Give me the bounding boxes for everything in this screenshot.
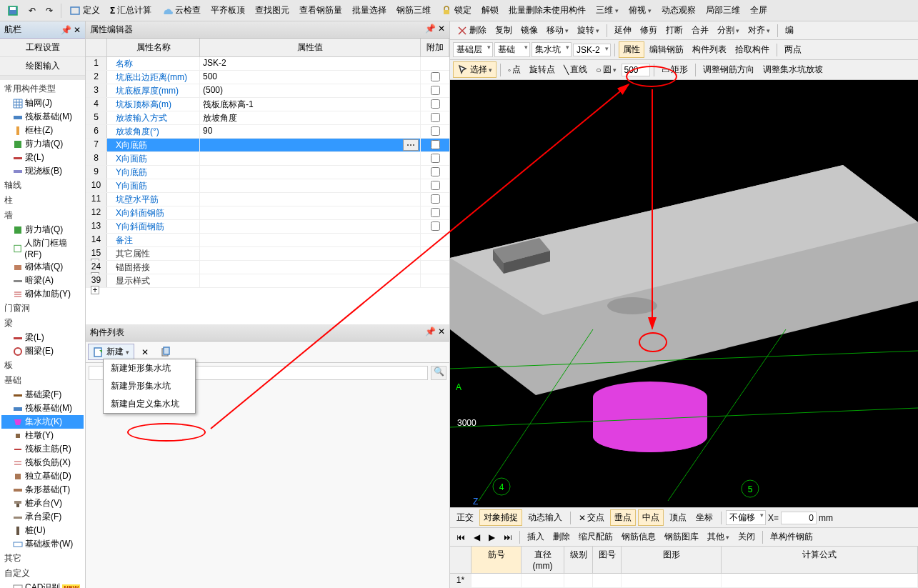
btb-snap[interactable]: 对象捕捉 — [479, 509, 522, 526]
btb-coord[interactable]: 坐标 — [692, 510, 717, 525]
btb-mid[interactable]: 中点 — [638, 509, 664, 526]
nav-item-masonry[interactable]: 砌体墙(Q) — [1, 260, 84, 274]
vtb-split[interactable]: 分割 — [714, 23, 743, 38]
prop-row[interactable]: 8X向面筋 — [86, 152, 449, 166]
vtb-rotate[interactable]: 旋转 — [574, 23, 603, 38]
nav-tab-project[interactable]: 工程设置 — [0, 39, 85, 57]
vtb-comp-list[interactable]: 构件列表 — [689, 42, 730, 57]
nav-item-pier[interactable]: 柱墩(Y) — [1, 429, 84, 442]
vtb-edit-rebar[interactable]: 编辑钢筋 — [646, 42, 687, 57]
local-3d-button[interactable]: 局部三维 — [702, 3, 744, 18]
nav-item-slab-band[interactable]: 基础板带(W) — [1, 537, 84, 551]
prop-row[interactable]: 9Y向底筋 — [86, 166, 449, 179]
nav-group-wall[interactable]: 墙 — [1, 208, 84, 223]
extra-checkbox[interactable] — [431, 126, 440, 136]
nav-prev[interactable]: ◀ — [470, 531, 484, 544]
batch-select-button[interactable]: 批量选择 — [348, 3, 391, 18]
extra-checkbox[interactable] — [431, 72, 440, 81]
x-input[interactable] — [781, 512, 817, 524]
dynamic-view-button[interactable]: 动态观察 — [657, 3, 700, 18]
extra-checkbox[interactable] — [431, 208, 440, 217]
nav-item-axis-grid[interactable]: 轴网(J) — [1, 96, 84, 110]
prop-row[interactable]: 11坑壁水平筋 — [86, 193, 449, 206]
nav-group-door[interactable]: 门窗洞 — [1, 301, 84, 316]
view-3d-button[interactable]: 三维 — [592, 3, 623, 18]
nav-group-foundation[interactable]: 基础 — [1, 373, 84, 388]
extra-checkbox[interactable] — [431, 181, 440, 190]
vtb-trim[interactable]: 修剪 — [637, 23, 661, 38]
3d-viewport[interactable]: 4 5 A 3000 Z X Y — [450, 80, 918, 507]
nav-item-raft[interactable]: 筏板基础(M) — [1, 110, 84, 124]
redo-icon[interactable]: ↷ — [41, 4, 57, 17]
vtb-adj-slope[interactable]: 调整集水坑放坡 — [759, 62, 827, 77]
extra-checkbox[interactable] — [431, 140, 440, 149]
nav-item-rf-wall[interactable]: 人防门框墙(RF) — [1, 236, 84, 260]
btb-dyn[interactable]: 动态输入 — [524, 510, 566, 525]
nav-item-ring-beam[interactable]: 圈梁(E) — [1, 344, 84, 358]
copy-icon[interactable] — [156, 345, 176, 359]
nav-item-cad[interactable]: CAD识别 NEW — [1, 581, 84, 588]
nav-item-pilecap[interactable]: 桩承台(V) — [1, 497, 84, 510]
rn-other[interactable]: 其他 — [704, 529, 733, 544]
vtb-delete[interactable]: 删除 — [453, 23, 490, 38]
extra-checkbox[interactable] — [431, 194, 440, 204]
vtb-mirror[interactable]: 镜像 — [517, 23, 542, 38]
prop-row[interactable]: 13Y向斜面钢筋 — [86, 220, 449, 234]
extra-checkbox[interactable] — [431, 113, 440, 122]
new-rect-sump[interactable]: 新建矩形集水坑 — [104, 359, 195, 377]
prop-row[interactable]: 15 +其它属性 — [86, 247, 449, 261]
nav-item-pile[interactable]: 桩(U) — [1, 524, 84, 537]
vtb-prop[interactable]: 属性 — [619, 41, 644, 58]
rn-insert[interactable]: 插入 — [524, 529, 548, 544]
vtb-merge[interactable]: 合并 — [688, 23, 712, 38]
pin-icon[interactable]: 📌 — [425, 24, 436, 36]
rn-scale[interactable]: 缩尺配筋 — [575, 529, 617, 544]
nav-first[interactable]: ⏮ — [453, 531, 469, 544]
save-icon[interactable] — [3, 4, 23, 18]
btb-perp[interactable]: 垂点 — [610, 509, 636, 526]
vtb-circle[interactable]: ○ 圆 — [592, 62, 619, 77]
undo-icon[interactable]: ↶ — [24, 4, 40, 17]
dots-button[interactable]: ⋯ — [403, 139, 419, 151]
view-rebar-button[interactable]: 查看钢筋量 — [295, 3, 346, 18]
vtb-pick[interactable]: 拾取构件 — [732, 42, 773, 57]
nav-group-beam[interactable]: 梁 — [1, 316, 84, 331]
new-custom-sump[interactable]: 新建自定义集水坑 — [104, 395, 195, 413]
vtb-line[interactable]: ╲ 直线 — [560, 62, 591, 77]
rn-close[interactable]: 关闭 — [734, 529, 759, 544]
prop-row[interactable]: 7X向底筋⋯ — [86, 139, 449, 152]
nav-item-beam2[interactable]: 梁(L) — [1, 331, 84, 344]
prop-row[interactable]: 10Y向面筋 — [86, 179, 449, 193]
rebar-3d-button[interactable]: 钢筋三维 — [392, 3, 435, 18]
nav-group-slab[interactable]: 板 — [1, 358, 84, 373]
btb-offset-mode[interactable]: 不偏移 — [726, 510, 766, 525]
vtb-move[interactable]: 移动 — [543, 23, 572, 38]
sum-button[interactable]: Σ 汇总计算 — [106, 3, 156, 18]
vtb-extend[interactable]: 延伸 — [611, 23, 635, 38]
prop-row[interactable]: 3坑底板厚度(mm)(500) — [86, 84, 449, 98]
cloud-check-button[interactable]: 云检查 — [157, 3, 205, 18]
batch-delete-button[interactable]: 批量删除未使用构件 — [504, 3, 590, 18]
nav-item-shearwall2[interactable]: 剪力墙(Q) — [1, 223, 84, 236]
extra-checkbox[interactable] — [431, 167, 440, 176]
vtb-rot-point[interactable]: 旋转点 — [526, 62, 559, 77]
nav-item-raft-neg[interactable]: 筏板负筋(X) — [1, 456, 84, 469]
nav-group-axis[interactable]: 轴线 — [1, 178, 84, 193]
nav-item-hidden-beam[interactable]: 暗梁(A) — [1, 274, 84, 287]
vtb-edit[interactable]: 编 — [782, 23, 797, 38]
vtb-point[interactable]: ◦ 点 — [504, 62, 524, 77]
nav-item-shearwall[interactable]: 剪力墙(Q) — [1, 137, 84, 151]
btb-xpoint[interactable]: ✕ 交点 — [575, 510, 608, 525]
prop-row[interactable]: 14备注 — [86, 234, 449, 247]
vtb-rect[interactable]: ▭ 矩形 — [658, 62, 692, 77]
rn-lib[interactable]: 钢筋图库 — [661, 529, 702, 544]
close-icon[interactable]: ✕ — [438, 327, 445, 339]
rebar-row[interactable]: 1* — [450, 574, 918, 588]
extra-checkbox[interactable] — [431, 221, 440, 231]
dd-component[interactable]: JSK-2 — [573, 44, 611, 56]
top-view-button[interactable]: 俯视 — [624, 3, 656, 18]
nav-item-strip[interactable]: 条形基础(T) — [1, 483, 84, 497]
nav-item-masonry-rebar[interactable]: 砌体加筋(Y) — [1, 287, 84, 301]
prop-row[interactable]: 6放坡角度(°)90 — [86, 125, 449, 139]
prop-row[interactable]: 39 +显示样式 — [86, 274, 449, 288]
